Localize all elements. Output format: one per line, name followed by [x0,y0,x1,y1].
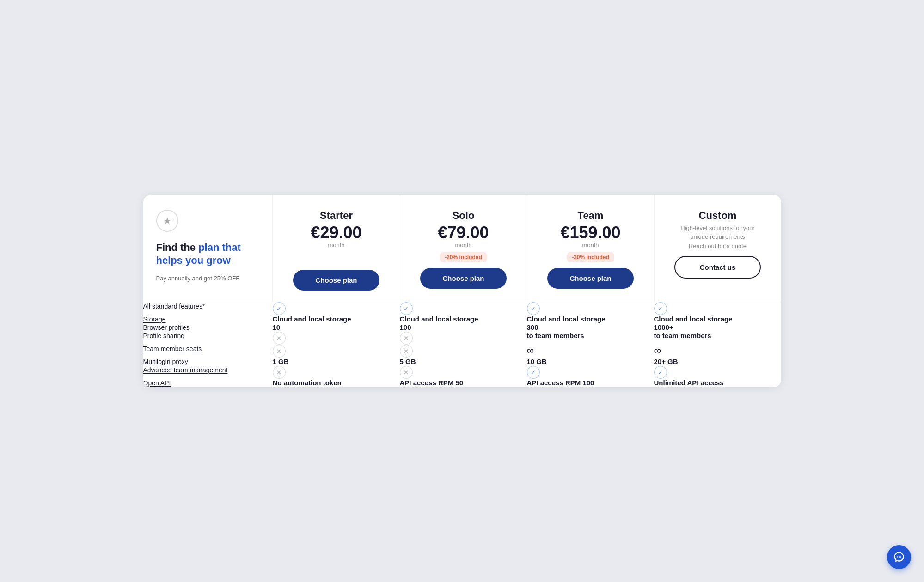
choose-plan-solo[interactable]: Choose plan [420,268,507,289]
check-icon: ✓ [273,302,286,315]
hero-icon: ★ [156,210,178,232]
feature-link-4[interactable]: Team member seats [143,345,202,352]
svg-point-1 [899,556,900,558]
feature-value-2-1: 100 [400,323,527,332]
feature-value-1-0: Cloud and local storage [273,315,400,323]
feature-value-4-0: ✕ [273,345,400,358]
feature-value-3-2: to team members [527,332,654,345]
feature-value-6-1: ✕ [400,366,527,379]
feature-link-3[interactable]: Profile sharing [143,332,185,340]
feature-link-6[interactable]: Advanced team management [143,366,228,374]
feature-value-5-2: 10 GB [527,358,654,366]
feature-value-7-3: Unlimited API access [654,379,781,387]
plan-name-custom: Custom [664,210,772,222]
check-icon: ✓ [400,302,413,315]
check-icon: ✓ [527,366,540,379]
feature-value-6-2: ✓ [527,366,654,379]
feature-value-6-0: ✕ [273,366,400,379]
choose-plan-team[interactable]: Choose plan [547,268,634,289]
feature-value-3-1: ✕ [400,332,527,345]
feature-value-7-1: API access RPM 50 [400,379,527,387]
feature-value-0-0: ✓ [273,302,400,315]
plan-name-starter: Starter [282,210,391,222]
plan-header-starter: Starter €29.00 month Choose plan [273,195,400,303]
cross-icon: ✕ [273,366,286,379]
cross-icon: ✕ [400,345,413,358]
plan-price-starter: €29.00 [282,224,391,242]
feature-label-1: Storage [143,315,273,323]
plan-price-team: €159.00 [537,224,645,242]
cross-icon: ✕ [273,332,286,345]
feature-label-2: Browser profiles [143,323,273,332]
plan-header-team: Team €159.00 month -20% included Choose … [527,195,654,303]
check-icon: ✓ [527,302,540,315]
feature-link-2[interactable]: Browser profiles [143,324,190,331]
pricing-table: ★ Find the plan that helps you grow Pay … [143,195,781,388]
cross-icon: ✕ [400,332,413,345]
feature-label-4: Team member seats [143,345,273,358]
discount-badge-solo: -20% included [440,252,487,262]
check-icon: ✓ [654,302,667,315]
plan-name-solo: Solo [410,210,518,222]
discount-badge-team: -20% included [567,252,614,262]
feature-value-0-2: ✓ [527,302,654,315]
feature-value-4-1: ✕ [400,345,527,358]
svg-point-2 [900,556,901,558]
feature-label-3: Profile sharing [143,332,273,345]
feature-label-7: Open API [143,379,273,387]
feature-value-5-1: 5 GB [400,358,527,366]
feature-label-5: Multilogin proxy [143,358,273,366]
cross-icon: ✕ [273,345,286,358]
feature-value-5-3: 20+ GB [654,358,781,366]
feature-value-4-3: ∞ [654,345,781,358]
feature-value-3-3: to team members [654,332,781,345]
plan-period-starter: month [282,242,391,249]
plan-header-solo: Solo €79.00 month -20% included Choose p… [400,195,527,303]
plan-period-solo: month [410,242,518,249]
feature-value-1-2: Cloud and local storage [527,315,654,323]
feature-value-7-2: API access RPM 100 [527,379,654,387]
plan-period-team: month [537,242,645,249]
plan-desc-custom: High-level solutions for your unique req… [664,224,772,251]
feature-label-6: Advanced team management [143,366,273,379]
feature-value-2-3: 1000+ [654,323,781,332]
check-icon: ✓ [654,366,667,379]
feature-label-0: All standard features* [143,302,273,315]
hero-headline: Find the plan that helps you grow [156,241,259,267]
feature-value-6-3: ✓ [654,366,781,379]
hero-subtitle: Pay annually and get 25% OFF [156,275,259,282]
feature-value-0-3: ✓ [654,302,781,315]
feature-value-2-0: 10 [273,323,400,332]
feature-value-5-0: 1 GB [273,358,400,366]
hero-headline-blue: plan that helps you grow [156,242,241,267]
cross-icon: ✕ [400,366,413,379]
feature-value-7-0: No automation token [273,379,400,387]
feature-link-7[interactable]: Open API [143,379,171,387]
feature-value-4-2: ∞ [527,345,654,358]
feature-value-3-0: ✕ [273,332,400,345]
feature-link-1[interactable]: Storage [143,315,166,323]
plan-header-custom: Custom High-level solutions for your uni… [654,195,781,303]
pricing-card: ★ Find the plan that helps you grow Pay … [143,195,781,388]
feature-value-0-1: ✓ [400,302,527,315]
feature-value-2-2: 300 [527,323,654,332]
contact-us-button[interactable]: Contact us [674,256,761,279]
chat-button[interactable] [887,545,911,569]
feature-value-1-1: Cloud and local storage [400,315,527,323]
feature-link-5[interactable]: Multilogin proxy [143,358,188,365]
hero-column: ★ Find the plan that helps you grow Pay … [143,195,273,303]
plan-name-team: Team [537,210,645,222]
plan-price-solo: €79.00 [410,224,518,242]
svg-point-0 [897,556,898,558]
choose-plan-starter[interactable]: Choose plan [293,270,379,291]
feature-value-1-3: Cloud and local storage [654,315,781,323]
